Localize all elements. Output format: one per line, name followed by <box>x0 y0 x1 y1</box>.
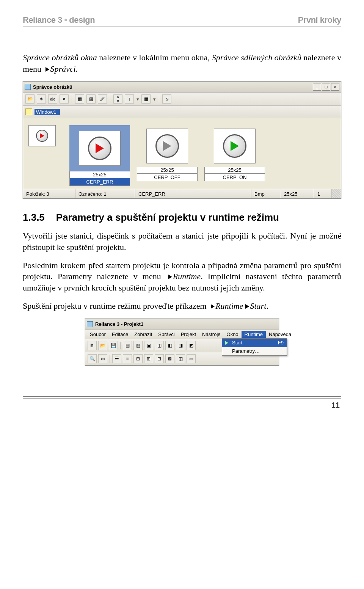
zoom-icon[interactable]: 🔍 <box>88 354 97 363</box>
window-title: Správce obrázků <box>33 84 72 90</box>
menu-projekt[interactable]: Projekt <box>178 331 199 338</box>
resize-grip-icon[interactable] <box>331 189 341 198</box>
menu-nastroje[interactable]: Nástroje <box>199 331 223 338</box>
new-icon[interactable]: ✶ <box>37 94 46 104</box>
status-type: Bmp <box>251 189 281 198</box>
save-icon[interactable]: 💾 <box>109 341 118 350</box>
menu-soubor[interactable]: Soubor <box>87 331 109 338</box>
exit-icon[interactable]: ⎋ <box>162 94 171 104</box>
play-icon <box>231 141 239 151</box>
toolbar-separator <box>110 95 110 103</box>
menu-spravci[interactable]: Správci <box>155 331 177 338</box>
folder-open-icon[interactable]: 📂 <box>25 94 35 104</box>
align-icon[interactable]: ⊡ <box>155 354 164 363</box>
menu-arrow-icon <box>245 304 249 309</box>
align-icon[interactable]: ⊠ <box>165 354 174 363</box>
tool-icon[interactable]: ▣ <box>144 341 153 350</box>
screenshot-runtime-menu: Reliance 3 - Projekt1 Soubor Editace Zob… <box>85 319 279 366</box>
menu-arrow-icon <box>46 67 49 72</box>
tool-icon[interactable]: ◧ <box>165 341 174 350</box>
align-icon[interactable]: ◫ <box>176 354 185 363</box>
minimize-button[interactable]: _ <box>313 83 321 91</box>
menu-napoveda[interactable]: Nápověda <box>266 331 294 338</box>
section-heading: 1.3.5 Parametry a spuštění projektu v ru… <box>23 212 341 223</box>
play-icon <box>96 143 104 153</box>
menu-runtime[interactable]: Runtime <box>242 331 266 338</box>
play-icon <box>224 340 230 346</box>
play-icon <box>163 141 171 151</box>
blank-icon <box>224 348 230 354</box>
window-icon <box>25 108 32 115</box>
dropdown-arrow-icon[interactable]: ▾ <box>136 96 139 102</box>
dropdown-arrow-icon[interactable]: ▾ <box>153 96 156 102</box>
tool-icon[interactable]: ◫ <box>155 341 164 350</box>
app-icon <box>25 84 31 90</box>
toolbar-separator <box>120 342 121 349</box>
toolbar-separator <box>159 95 159 103</box>
status-extra: 1 <box>314 189 331 198</box>
align-icon[interactable]: ⊞ <box>144 354 153 363</box>
pin-icon[interactable]: ↓ <box>125 94 134 104</box>
align-icon[interactable]: ≡ <box>123 354 132 363</box>
preview-thumb <box>28 125 56 146</box>
menu-okno[interactable]: Okno <box>224 331 242 338</box>
tree-item-selected[interactable]: Window1 <box>35 109 60 115</box>
paragraph-2: Posledním krokem před startem projektu j… <box>23 260 341 294</box>
import-icon[interactable]: ▦ <box>75 94 84 104</box>
edit-icon[interactable]: 🖉 <box>98 94 107 104</box>
new-project-icon[interactable]: 🗎 <box>88 341 97 350</box>
export-icon[interactable]: ▨ <box>86 94 96 104</box>
intro-paragraph: Správce obrázků okna naleznete v lokální… <box>23 52 341 74</box>
tool-icon[interactable]: ▨ <box>133 341 143 350</box>
menu-arrow-icon <box>211 304 215 309</box>
thumb-size: 25x25 <box>204 167 265 174</box>
thumb-size: 25x25 <box>137 167 198 174</box>
grid-icon[interactable]: ▦ <box>141 94 151 104</box>
align-icon[interactable]: ⊟ <box>133 354 143 363</box>
status-name: CERP_ERR <box>135 189 251 198</box>
align-icon[interactable]: ☰ <box>112 354 121 363</box>
status-count: Položek: 3 <box>23 189 75 198</box>
thumbnail-item[interactable]: 25x25 CERP_OFF <box>137 125 198 186</box>
letters-icon[interactable]: ae <box>113 94 122 104</box>
maximize-button[interactable]: □ <box>322 83 330 91</box>
thumbnail-item[interactable]: 25x25 CERP_ON <box>204 125 265 186</box>
thumb-size: 25x25 <box>69 171 130 178</box>
thumb-name: CERP_ERR <box>69 178 130 186</box>
menu-editace[interactable]: Editace <box>109 331 131 338</box>
header-chapter: První kroky <box>298 15 341 25</box>
toolbar: 📂 ✶ a|e ✕ ▦ ▨ 🖉 ae ↓ ▾ ▦ ▾ ⎋ <box>23 93 341 106</box>
section-title: Parametry a spuštění projektu v runtime … <box>56 212 279 223</box>
align-icon[interactable]: ▭ <box>187 354 196 363</box>
tool-icon[interactable]: ◩ <box>187 341 196 350</box>
page-number: 11 <box>23 399 341 410</box>
paragraph-3: Spuštění projektu v runtime režimu prove… <box>23 300 341 312</box>
close-button[interactable]: × <box>331 83 339 91</box>
page-header: Reliance 3 • design První kroky <box>23 15 341 27</box>
menu-item-start[interactable]: Start F9 <box>222 339 287 347</box>
rename-icon[interactable]: a|e <box>48 94 57 104</box>
toolbar-separator <box>110 355 110 363</box>
open-icon[interactable]: 📂 <box>98 341 107 350</box>
app-icon <box>87 321 93 327</box>
thumbnail-area: 25x25 CERP_ERR 25x25 CERP_OFF 25x25 CERP… <box>23 118 341 189</box>
thumb-name: CERP_OFF <box>137 174 198 181</box>
footer-rule <box>23 396 341 399</box>
screenshot-image-manager: Správce obrázků _ □ × 📂 ✶ a|e ✕ ▦ ▨ 🖉 ae… <box>23 81 341 199</box>
tool-icon[interactable]: ▦ <box>123 341 132 350</box>
menu-zobrazit[interactable]: Zobrazit <box>131 331 155 338</box>
layout-icon[interactable]: ▭ <box>98 354 107 363</box>
header-product: Reliance 3 <box>23 15 62 25</box>
header-sep: • <box>64 15 67 25</box>
tool-icon[interactable]: ◨ <box>176 341 185 350</box>
runtime-popup-menu: Start F9 Parametry… <box>222 338 287 356</box>
header-sub: design <box>69 15 95 25</box>
thumbnail-item[interactable]: 25x25 CERP_ERR <box>69 125 130 186</box>
status-selected: Označeno: 1 <box>75 189 135 198</box>
delete-icon[interactable]: ✕ <box>60 94 69 104</box>
menu-item-parametry[interactable]: Parametry… <box>222 347 287 355</box>
paragraph-1: Vytvořili jste stanici, dispečink s počí… <box>23 230 341 253</box>
thumb-name: CERP_ON <box>204 174 265 181</box>
status-size: 25x25 <box>281 189 314 198</box>
window-title: Reliance 3 - Projekt1 <box>95 321 143 327</box>
